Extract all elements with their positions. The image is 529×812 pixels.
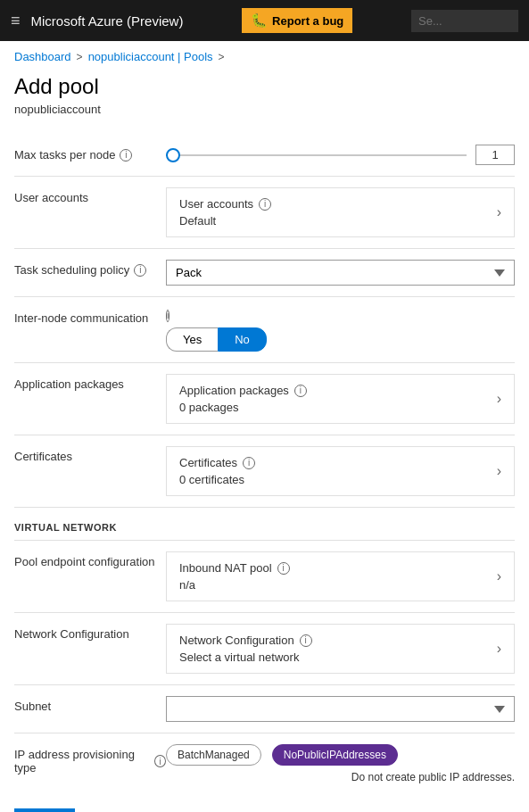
report-bug-button[interactable]: 🐛 Report a bug <box>242 8 352 33</box>
network-config-info-icon[interactable]: i <box>300 634 312 647</box>
report-bug-label: Report a bug <box>272 14 343 28</box>
pool-endpoint-value: n/a <box>179 578 290 592</box>
breadcrumb-sep1: > <box>77 51 83 63</box>
task-scheduling-control: Pack <box>166 260 515 286</box>
breadcrumb-sep2: > <box>219 51 225 63</box>
breadcrumb-pools[interactable]: nopubliciaccount | Pools <box>88 50 213 63</box>
user-accounts-info-icon[interactable]: i <box>259 198 271 211</box>
page-title: Add pool <box>14 74 515 99</box>
network-config-row: Network Configuration Network Configurat… <box>14 613 515 685</box>
breadcrumb-dashboard[interactable]: Dashboard <box>14 50 71 63</box>
breadcrumb: Dashboard > nopubliciaccount | Pools > <box>0 41 529 67</box>
page-subtitle: nopubliciaccount <box>14 103 515 116</box>
inter-node-label: Inter-node communication <box>14 311 148 325</box>
max-tasks-row: Max tasks per node i 1 <box>14 134 515 177</box>
ok-button[interactable]: OK <box>14 808 75 812</box>
pool-endpoint-info-icon[interactable]: i <box>277 562 290 575</box>
pool-endpoint-chevron-icon: › <box>497 568 501 584</box>
virtual-network-header: VIRTUAL NETWORK <box>14 508 515 541</box>
user-accounts-row: User accounts User accounts i Default › <box>14 177 515 249</box>
task-scheduling-label: Task scheduling policy i <box>14 260 166 277</box>
user-accounts-chevron-icon: › <box>497 204 501 220</box>
network-config-value: Select a virtual network <box>179 650 312 664</box>
ip-option-batchmanaged[interactable]: BatchManaged <box>166 744 261 766</box>
max-tasks-value: 1 <box>475 145 515 165</box>
certificates-row: Certificates Certificates i 0 certificat… <box>14 435 515 508</box>
topbar: ≡ Microsoft Azure (Preview) 🐛 Report a b… <box>0 0 529 41</box>
inter-node-no-button[interactable]: No <box>218 327 267 352</box>
network-config-section[interactable]: Network Configuration i Select a virtual… <box>166 624 515 674</box>
max-tasks-slider[interactable] <box>166 154 467 156</box>
inter-node-row: Inter-node communicationiYesNo <box>14 297 515 363</box>
certificates-label: Certificates <box>14 446 166 463</box>
max-tasks-control: 1 <box>166 145 515 165</box>
user-accounts-section[interactable]: User accounts i Default › <box>166 187 515 237</box>
app-packages-value: 0 packages <box>179 401 307 414</box>
pool-endpoint-row: Pool endpoint configuration Inbound NAT … <box>14 541 515 613</box>
inter-node-toggle: YesNo <box>166 327 515 352</box>
certificates-section[interactable]: Certificates i 0 certificates › <box>166 446 515 496</box>
ip-provisioning-row: IP address provisioning type i BatchMana… <box>14 733 515 794</box>
inter-node-yes-button[interactable]: Yes <box>166 327 218 352</box>
subnet-label: Subnet <box>14 696 166 713</box>
pool-endpoint-label: Pool endpoint configuration <box>14 551 166 568</box>
app-packages-label: Application packages <box>14 374 166 391</box>
app-title: Microsoft Azure (Preview) <box>31 13 184 29</box>
task-scheduling-row: Task scheduling policy i Pack <box>14 249 515 297</box>
app-packages-section[interactable]: Application packages i 0 packages › <box>166 374 515 424</box>
certificates-info-icon[interactable]: i <box>243 457 255 469</box>
task-scheduling-select[interactable]: Pack <box>166 260 515 286</box>
user-accounts-title: User accounts i <box>179 197 271 211</box>
app-packages-control: Application packages i 0 packages › <box>166 374 515 424</box>
ip-provisioning-control: BatchManaged NoPublicIPAddresses Do not … <box>166 744 515 783</box>
network-config-title: Network Configuration i <box>179 634 312 647</box>
search-input[interactable] <box>411 10 518 32</box>
ip-provisioning-label: IP address provisioning type i <box>14 744 166 775</box>
subnet-select[interactable] <box>166 696 515 722</box>
ip-desc: Do not create public IP addresses. <box>166 771 515 783</box>
certificates-title: Certificates i <box>179 456 255 469</box>
subnet-control <box>166 696 515 722</box>
user-accounts-control: User accounts i Default › <box>166 187 515 237</box>
network-config-chevron-icon: › <box>497 641 501 657</box>
certificates-value: 0 certificates <box>179 473 255 486</box>
app-packages-row: Application packages Application package… <box>14 363 515 435</box>
hamburger-icon[interactable]: ≡ <box>11 12 21 30</box>
certificates-chevron-icon: › <box>497 463 501 479</box>
form-content: Max tasks per node i 1 User accounts Use… <box>0 130 529 812</box>
pool-endpoint-title: Inbound NAT pool i <box>179 561 290 575</box>
max-tasks-label: Max tasks per node i <box>14 145 166 162</box>
ip-option-nopublicip[interactable]: NoPublicIPAddresses <box>272 744 398 766</box>
page-header: Add pool nopubliciaccount <box>0 67 529 130</box>
subnet-row: Subnet <box>14 685 515 733</box>
max-tasks-info-icon[interactable]: i <box>120 149 132 162</box>
app-packages-info-icon[interactable]: i <box>294 385 307 397</box>
network-config-label: Network Configuration <box>14 624 166 641</box>
network-config-control: Network Configuration i Select a virtual… <box>166 624 515 674</box>
pool-endpoint-section[interactable]: Inbound NAT pool i n/a › <box>166 551 515 601</box>
pool-endpoint-control: Inbound NAT pool i n/a › <box>166 551 515 601</box>
certificates-control: Certificates i 0 certificates › <box>166 446 515 496</box>
ip-provisioning-info-icon[interactable]: i <box>154 755 166 767</box>
inter-node-info-icon[interactable]: i <box>166 310 169 322</box>
app-packages-chevron-icon: › <box>497 391 501 407</box>
user-accounts-label: User accounts <box>14 187 166 204</box>
bug-icon: 🐛 <box>251 12 268 29</box>
user-accounts-value: Default <box>179 214 271 228</box>
task-scheduling-info-icon[interactable]: i <box>134 264 146 277</box>
app-packages-title: Application packages i <box>179 384 307 397</box>
